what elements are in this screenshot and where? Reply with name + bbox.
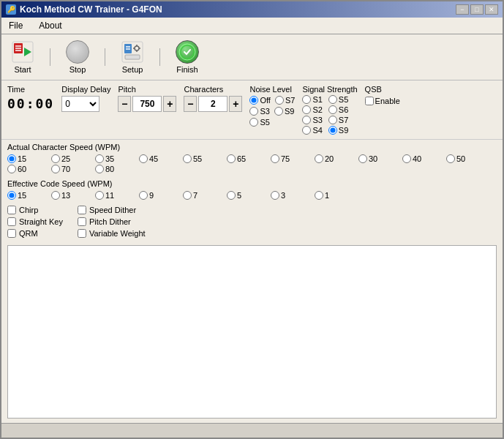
signal-col-1: S1 S2 S3 S4	[302, 95, 322, 135]
pitch-group: Pitch − 750 +	[118, 85, 176, 112]
qsb-enable-checkbox[interactable]	[365, 97, 374, 105]
actual-40[interactable]: 40	[402, 154, 446, 163]
eff-3[interactable]: 3	[271, 191, 315, 200]
qsb-label: QSB	[365, 85, 400, 94]
signal-s3-option[interactable]: S3	[302, 116, 322, 124]
noise-s5-option[interactable]: S5	[249, 118, 269, 127]
delay-select[interactable]: 0 1 2 3 4 5	[61, 96, 99, 112]
noise-off-radio[interactable]	[249, 96, 258, 105]
actual-20[interactable]: 20	[315, 154, 358, 163]
pitch-spinner: − 750 +	[118, 96, 176, 112]
title-bar-left: 🔑 Koch Method CW Trainer - G4FON	[6, 4, 162, 15]
speed-dither-option[interactable]: Speed Dither	[78, 206, 146, 214]
pitch-label: Pitch	[118, 85, 176, 94]
actual-75[interactable]: 75	[271, 154, 315, 163]
actual-30[interactable]: 30	[358, 154, 402, 163]
controls-row: Time 00:00 Display Delay 0 1 2 3 4 5 Pit…	[1, 80, 503, 140]
eff-13[interactable]: 13	[51, 191, 95, 200]
finish-button[interactable]: Finish	[170, 37, 204, 77]
checkbox-col-left: Chirp Straight Key QRM	[7, 206, 63, 238]
title-bar: 🔑 Koch Method CW Trainer - G4FON − □ ✕	[1, 1, 503, 18]
app-icon: 🔑	[6, 4, 16, 15]
toolbar-separator-2	[105, 48, 105, 66]
actual-80[interactable]: 80	[95, 165, 139, 173]
qsb-enable-option[interactable]: Enable	[365, 97, 400, 105]
stop-button[interactable]: Stop	[61, 37, 94, 77]
variable-weight-checkbox[interactable]	[78, 229, 86, 238]
qrm-checkbox[interactable]	[7, 229, 16, 238]
eff-11[interactable]: 11	[95, 191, 139, 200]
actual-70[interactable]: 70	[51, 165, 95, 173]
noise-s7-radio[interactable]	[275, 96, 284, 105]
setup-button[interactable]: Setup	[116, 37, 149, 77]
start-label: Start	[14, 65, 31, 74]
characters-group: Characters − +	[184, 85, 242, 112]
actual-45[interactable]: 45	[139, 154, 183, 163]
close-button[interactable]: ✕	[485, 4, 498, 15]
qrm-option[interactable]: QRM	[7, 229, 63, 238]
effective-speed-section: Effective Code Speed (WPM) 15 13 11 9 7 …	[1, 176, 503, 203]
eff-1[interactable]: 1	[315, 191, 358, 200]
text-output[interactable]	[7, 245, 497, 419]
signal-s1-option[interactable]: S1	[302, 95, 322, 104]
chirp-label: Chirp	[19, 206, 38, 214]
time-group: Time 00:00	[7, 85, 54, 111]
pitch-increment-button[interactable]: +	[163, 96, 176, 112]
signal-s5-option[interactable]: S5	[328, 95, 348, 104]
characters-increment-button[interactable]: +	[229, 96, 242, 112]
setup-label: Setup	[122, 65, 143, 74]
actual-60[interactable]: 60	[7, 165, 51, 173]
pitch-decrement-button[interactable]: −	[118, 96, 131, 112]
actual-25[interactable]: 25	[51, 154, 95, 163]
pitch-dither-option[interactable]: Pitch Dither	[78, 217, 146, 226]
noise-s7-option[interactable]: S7	[275, 96, 295, 105]
title-controls: − □ ✕	[456, 4, 498, 15]
setup-icon	[121, 40, 144, 64]
straight-key-option[interactable]: Straight Key	[7, 217, 63, 226]
signal-s9-option[interactable]: S9	[328, 126, 348, 135]
actual-50[interactable]: 50	[446, 154, 490, 163]
noise-s5-radio[interactable]	[249, 118, 258, 127]
variable-weight-option[interactable]: Variable Weight	[78, 229, 146, 238]
noise-s9-radio[interactable]	[274, 107, 283, 116]
stop-label: Stop	[69, 65, 86, 74]
menu-about[interactable]: About	[34, 19, 66, 32]
maximize-button[interactable]: □	[470, 4, 484, 15]
signal-s4-option[interactable]: S4	[302, 126, 322, 135]
signal-s7-option[interactable]: S7	[328, 116, 348, 124]
chirp-checkbox[interactable]	[7, 206, 16, 214]
noise-s3-radio[interactable]	[249, 107, 258, 116]
characters-decrement-button[interactable]: −	[184, 96, 197, 112]
effective-speed-grid: 15 13 11 9 7 5 3 1	[7, 191, 497, 200]
svg-point-16	[179, 44, 195, 60]
actual-65[interactable]: 65	[227, 154, 271, 163]
noise-row-2: S3 S9	[249, 107, 295, 116]
actual-35[interactable]: 35	[95, 154, 139, 163]
menu-file[interactable]: File	[4, 19, 27, 32]
stop-icon	[66, 40, 89, 64]
characters-value[interactable]	[198, 96, 227, 112]
eff-15[interactable]: 15	[7, 191, 51, 200]
actual-15[interactable]: 15	[7, 154, 51, 163]
noise-s3-option[interactable]: S3	[249, 107, 269, 116]
eff-5[interactable]: 5	[227, 191, 271, 200]
start-button[interactable]: Start	[6, 37, 40, 77]
window-title: Koch Method CW Trainer - G4FON	[20, 4, 162, 15]
chirp-option[interactable]: Chirp	[7, 206, 63, 214]
eff-7[interactable]: 7	[183, 191, 227, 200]
signal-s2-option[interactable]: S2	[302, 105, 322, 114]
pitch-dither-checkbox[interactable]	[78, 217, 86, 226]
characters-label: Characters	[184, 85, 242, 94]
signal-s6-option[interactable]: S6	[328, 105, 348, 114]
eff-9[interactable]: 9	[139, 191, 183, 200]
speed-dither-checkbox[interactable]	[78, 206, 86, 214]
noise-s9-option[interactable]: S9	[274, 107, 294, 116]
actual-speed-grid: 15 25 35 45 55 65 75 20 30 40 50 60 70 8…	[7, 154, 497, 173]
minimize-button[interactable]: −	[456, 4, 469, 15]
delay-label: Display Delay	[61, 85, 110, 94]
noise-off-option[interactable]: Off	[249, 96, 270, 105]
pitch-value[interactable]: 750	[132, 96, 162, 112]
actual-55[interactable]: 55	[183, 154, 227, 163]
actual-speed-section: Actual Character Speed (WPM) 15 25 35 45…	[1, 140, 503, 176]
straight-key-checkbox[interactable]	[7, 217, 16, 226]
